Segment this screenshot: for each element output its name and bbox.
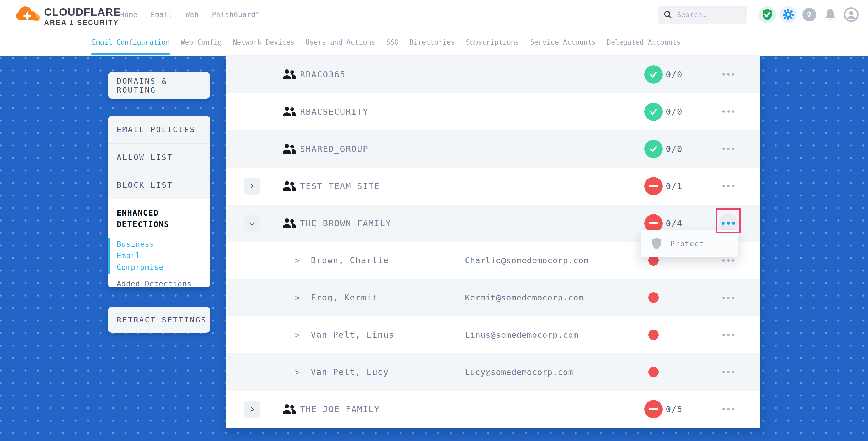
top-nav-item[interactable]: PhishGuard™ — [212, 11, 260, 19]
row-name: Van Pelt, Linus — [311, 330, 394, 340]
search-input[interactable] — [677, 11, 741, 19]
section-tab[interactable]: Directories — [410, 29, 455, 55]
highlight-annotation — [716, 208, 741, 233]
sidebar-item-business-email-compromise[interactable]: Business Email Compromise — [117, 239, 180, 273]
content-area: DOMAINS & ROUTING EMAIL POLICIES ALLOW L… — [0, 56, 868, 441]
protection-count: 0/0 — [666, 144, 683, 154]
section-tab[interactable]: SSO — [386, 29, 399, 55]
status-icon — [644, 65, 663, 84]
gear-icon — [782, 9, 794, 21]
help-icon: ? — [802, 8, 816, 22]
cloudflare-logo-icon — [15, 3, 41, 26]
section-tab[interactable]: Users and Actions — [306, 29, 375, 55]
row-menu-button[interactable] — [718, 102, 738, 121]
section-tab[interactable]: Network Devices — [233, 29, 294, 55]
sidebar-item-label: ALLOW LIST — [117, 153, 173, 162]
settings-button[interactable] — [780, 6, 797, 23]
section-tab[interactable]: Web Config — [181, 29, 222, 55]
context-menu: Protect — [641, 230, 738, 257]
brand-subtitle: AREA 1 SECURITY — [44, 19, 121, 27]
help-button[interactable]: ? — [801, 6, 818, 23]
sidebar-item-domains-routing[interactable]: DOMAINS & ROUTING — [108, 72, 210, 99]
group-icon — [282, 404, 296, 415]
expand-toggle-button[interactable] — [244, 178, 260, 194]
group-table: RBACO365 0/0 RBACSECURITY 0/0 — [226, 56, 760, 428]
row-name: THE JOE FAMILY — [300, 404, 380, 414]
context-menu-item-protect[interactable]: Protect — [641, 230, 738, 257]
account-icon — [844, 7, 859, 22]
row-menu-button[interactable] — [718, 139, 738, 159]
row-name: Van Pelt, Lucy — [311, 367, 389, 377]
status-icon — [648, 329, 659, 340]
member-chevron-icon: > — [295, 256, 300, 265]
protection-count: 0/1 — [666, 181, 683, 191]
table-row: TEST TEAM SITE 0/1 — [226, 167, 760, 205]
row-email: Lucy@somedemocorp.com — [465, 367, 573, 377]
section-tab[interactable]: Subscriptions — [466, 29, 519, 55]
table-row: > Van Pelt, Linus Linus@somedemocorp.com — [226, 316, 760, 353]
group-icon — [282, 106, 296, 118]
sidebar-item-email-policies[interactable]: EMAIL POLICIES — [108, 116, 210, 143]
top-nav-item[interactable]: Web — [186, 11, 199, 19]
table-row: THE JOE FAMILY 0/5 — [226, 391, 760, 428]
section-tabs: Email ConfigurationWeb ConfigNetwork Dev… — [0, 29, 868, 55]
top-nav-item[interactable]: Home — [120, 11, 138, 19]
row-name: THE BROWN FAMILY — [300, 218, 391, 228]
sidebar-item-retract-settings[interactable]: RETRACT SETTINGS — [108, 307, 210, 333]
protection-count: 0/5 — [666, 404, 683, 414]
area1-security-app: CLOUDFLARE AREA 1 SECURITY HomeEmailWebP… — [0, 0, 868, 441]
notifications-button[interactable] — [822, 6, 839, 23]
sidebar: DOMAINS & ROUTING EMAIL POLICIES ALLOW L… — [108, 72, 210, 333]
status-icon — [648, 292, 659, 303]
section-tab[interactable]: Service Accounts — [530, 29, 596, 55]
search-box[interactable] — [658, 6, 747, 24]
table-row: RBACO365 0/0 — [226, 56, 760, 93]
status-icon — [644, 400, 663, 418]
row-email: Charlie@somedemocorp.com — [465, 256, 589, 265]
protection-status-button[interactable] — [758, 6, 776, 23]
group-icon — [282, 143, 296, 155]
sidebar-item-added-detections[interactable]: Added Detections — [117, 280, 210, 287]
section-tab[interactable]: Delegated Accounts — [607, 29, 681, 55]
row-name: RBACO365 — [300, 69, 346, 80]
member-chevron-icon: > — [295, 293, 300, 302]
shield-icon — [652, 238, 662, 249]
row-menu-button[interactable] — [718, 65, 738, 84]
header-icon-cluster: ? — [758, 0, 860, 29]
row-menu-button[interactable] — [718, 363, 738, 382]
row-name: Brown, Charlie — [311, 255, 389, 265]
row-menu-button[interactable] — [718, 325, 738, 345]
sidebar-item-label: BLOCK LIST — [117, 181, 173, 190]
protection-count: 0/0 — [666, 69, 683, 80]
row-menu-button[interactable] — [718, 177, 738, 196]
section-tab[interactable]: Email Configuration — [92, 29, 170, 55]
table-row: > Van Pelt, Lucy Lucy@somedemocorp.com — [226, 353, 760, 391]
protection-count: 0/0 — [666, 107, 683, 117]
table-row: SHARED_GROUP 0/0 — [226, 130, 760, 167]
expand-toggle-button[interactable] — [244, 215, 260, 232]
expand-toggle-button[interactable] — [244, 401, 260, 418]
row-email: Kermit@somedemocorp.com — [465, 293, 584, 302]
protection-count: 0/4 — [666, 218, 683, 228]
group-icon — [282, 69, 296, 80]
sidebar-policies-card: EMAIL POLICIES ALLOW LIST BLOCK LIST ENH… — [108, 116, 210, 287]
row-name: TEST TEAM SITE — [300, 181, 380, 191]
sidebar-item-label: DOMAINS & ROUTING — [117, 76, 210, 94]
top-nav-item[interactable]: Email — [151, 11, 173, 19]
sidebar-item-enhanced-detections[interactable]: ENHANCED DETECTIONS Business Email Compr… — [108, 199, 210, 287]
row-name: SHARED_GROUP — [300, 144, 368, 154]
shield-check-icon — [762, 8, 773, 21]
search-icon — [663, 10, 672, 19]
row-name: Frog, Kermit — [311, 293, 378, 303]
bell-icon — [824, 8, 836, 21]
sidebar-item-allow-list[interactable]: ALLOW LIST — [108, 143, 210, 171]
top-nav: HomeEmailWebPhishGuard™ — [120, 0, 260, 29]
status-icon — [644, 102, 663, 121]
row-menu-button[interactable] — [718, 288, 738, 307]
account-button[interactable] — [843, 6, 860, 23]
table-row: RBACSECURITY 0/0 — [226, 93, 760, 130]
row-menu-button[interactable] — [718, 400, 738, 419]
member-chevron-icon: > — [295, 368, 300, 377]
sidebar-item-block-list[interactable]: BLOCK LIST — [108, 171, 210, 199]
row-name: RBACSECURITY — [300, 107, 368, 117]
